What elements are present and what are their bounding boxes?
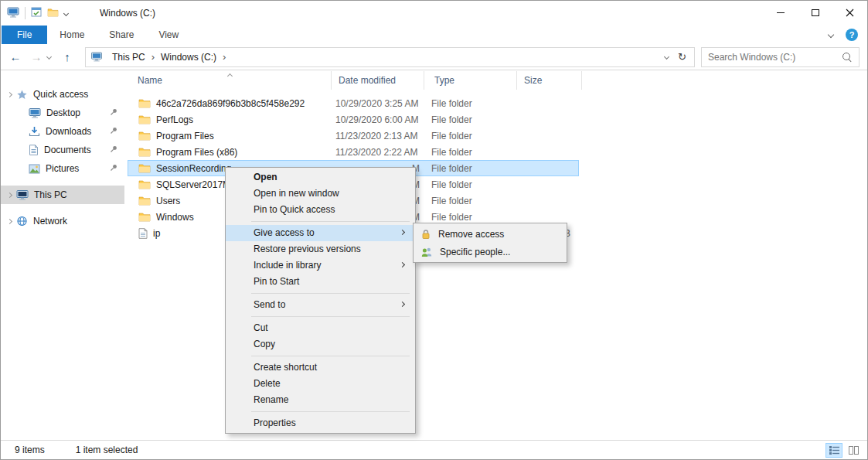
sidebar-item-network[interactable]: Network: [1, 212, 124, 230]
menu-item-label: Give access to: [254, 227, 315, 238]
menu-item-restore-previous-versions[interactable]: Restore previous versions: [226, 241, 415, 257]
file-row[interactable]: Program Files 11/23/2020 2:13 AM File fo…: [128, 128, 579, 144]
expand-ribbon-chevron-icon[interactable]: [828, 32, 834, 38]
minimize-button[interactable]: [763, 1, 798, 25]
pin-icon: [110, 163, 117, 174]
menu-item-delete[interactable]: Delete: [226, 376, 415, 392]
submenu-item-label: Specific people...: [440, 247, 510, 257]
recent-locations-chevron-icon[interactable]: [46, 54, 52, 60]
tab-view[interactable]: View: [146, 26, 191, 44]
pin-icon: [110, 145, 117, 155]
file-date: 10/29/2020 6:00 AM: [332, 114, 424, 125]
explorer-window-icon: [7, 7, 19, 20]
column-header-row: Name Date modified Type Size: [124, 71, 867, 90]
sidebar-group-gap: [1, 178, 124, 186]
file-date: 11/23/2020 2:22 AM: [332, 147, 424, 158]
breadcrumb-chevron-icon[interactable]: ›: [221, 51, 227, 63]
file-explorer-window: Windows (C:) File Home Share View ? ← → …: [0, 0, 868, 460]
submenu-item-specific-people[interactable]: Specific people...: [414, 243, 567, 261]
menu-separator: [251, 411, 410, 412]
breadcrumb-windows-c[interactable]: Windows (C:): [156, 52, 221, 63]
tab-share[interactable]: Share: [97, 26, 146, 44]
selection-info: 1 item selected: [76, 445, 138, 455]
menu-item-open-in-new-window[interactable]: Open in new window: [226, 186, 415, 202]
file-name: Windows: [156, 212, 194, 223]
file-name: PerfLogs: [156, 114, 193, 125]
tab-home[interactable]: Home: [47, 26, 97, 44]
menu-item-send-to[interactable]: Send to: [226, 297, 415, 313]
sidebar-item-documents[interactable]: Documents: [1, 141, 124, 159]
menu-item-label: Send to: [254, 299, 285, 310]
forward-button[interactable]: →: [27, 51, 46, 63]
help-icon[interactable]: ?: [846, 29, 858, 41]
menu-item-include-in-library[interactable]: Include in library: [226, 257, 415, 274]
column-header-size[interactable]: Size: [517, 71, 582, 90]
chevron-right-icon[interactable]: [7, 91, 12, 97]
file-type: File folder: [424, 114, 517, 125]
menu-item-give-access-to[interactable]: Give access to: [226, 225, 415, 241]
submenu-arrow-icon: [400, 230, 405, 235]
file-row[interactable]: PerfLogs 10/29/2020 6:00 AM File folder: [128, 111, 579, 128]
menu-item-copy[interactable]: Copy: [226, 336, 415, 353]
refresh-icon[interactable]: ↻: [678, 51, 686, 63]
search-input[interactable]: [702, 52, 842, 63]
file-name: Program Files: [156, 131, 214, 141]
item-count: 9 items: [15, 445, 45, 455]
sidebar-item-quick-access[interactable]: Quick access: [1, 85, 124, 104]
folder-icon: [138, 196, 151, 206]
navigation-pane: Quick access Desktop Downloads Docume: [1, 71, 124, 440]
details-view-button[interactable]: [825, 443, 842, 458]
sidebar-item-desktop[interactable]: Desktop: [1, 104, 124, 122]
qat-properties-icon[interactable]: [31, 7, 42, 19]
quick-access-toolbar: [7, 1, 68, 26]
sidebar-item-label: Desktop: [46, 107, 80, 118]
breadcrumb-chevron-icon[interactable]: ›: [150, 51, 156, 63]
file-type: File folder: [424, 147, 517, 158]
address-dropdown-chevron-icon[interactable]: [664, 54, 669, 60]
menu-item-properties[interactable]: Properties: [226, 415, 415, 431]
menu-item-rename[interactable]: Rename: [226, 392, 415, 408]
window-controls: [763, 1, 867, 25]
column-header-date-modified[interactable]: Date modified: [332, 71, 424, 90]
file-name: Program Files (x86): [156, 147, 237, 158]
back-button[interactable]: ←: [4, 51, 27, 63]
submenu-item-label: Remove access: [438, 229, 504, 240]
chevron-right-icon[interactable]: [7, 192, 12, 197]
menu-item-open[interactable]: Open: [226, 169, 415, 186]
menu-item-cut[interactable]: Cut: [226, 320, 415, 336]
up-button[interactable]: ↑: [57, 51, 77, 63]
file-name: 46c2a726da869f96b3b8c5f458e292: [156, 98, 305, 109]
file-date: 11/23/2020 2:13 AM: [332, 131, 424, 141]
tab-file[interactable]: File: [2, 26, 47, 44]
menu-item-create-shortcut[interactable]: Create shortcut: [226, 359, 415, 376]
file-row[interactable]: Program Files (x86) 11/23/2020 2:22 AM F…: [128, 144, 579, 160]
large-icons-view-button[interactable]: [845, 443, 862, 458]
chevron-right-icon[interactable]: [7, 218, 12, 223]
sidebar-item-this-pc[interactable]: This PC: [1, 186, 124, 204]
pictures-icon: [29, 164, 40, 174]
close-button[interactable]: [832, 1, 867, 25]
search-box[interactable]: [701, 47, 859, 67]
menu-item-pin-to-start[interactable]: Pin to Start: [226, 274, 415, 290]
file-icon: [138, 228, 148, 239]
file-type: File folder: [424, 179, 517, 190]
column-header-type[interactable]: Type: [424, 71, 517, 90]
address-bar[interactable]: This PC › Windows (C:) › ↻: [85, 47, 695, 67]
qat-separator: [25, 7, 26, 19]
menu-item-pin-to-quick-access[interactable]: Pin to Quick access: [226, 202, 415, 218]
sidebar-item-pictures[interactable]: Pictures: [1, 159, 124, 178]
search-icon[interactable]: [842, 52, 853, 63]
breadcrumb-this-pc[interactable]: This PC: [107, 52, 150, 63]
file-name: ip: [153, 228, 160, 239]
file-row[interactable]: 46c2a726da869f96b3b8c5f458e292 10/29/202…: [128, 95, 579, 111]
minimize-icon: [777, 12, 785, 13]
qat-customize-chevron-icon[interactable]: [63, 10, 69, 15]
maximize-button[interactable]: [798, 1, 832, 25]
status-bar: 9 items 1 item selected: [1, 440, 867, 459]
submenu-item-remove-access[interactable]: Remove access: [414, 225, 567, 243]
qat-new-folder-icon[interactable]: [47, 8, 59, 19]
sidebar-item-downloads[interactable]: Downloads: [1, 122, 124, 141]
navigation-bar: ← → ↑ This PC › Windows (C:) › ↻: [1, 44, 867, 70]
pin-icon: [110, 126, 117, 137]
folder-icon: [138, 147, 151, 157]
